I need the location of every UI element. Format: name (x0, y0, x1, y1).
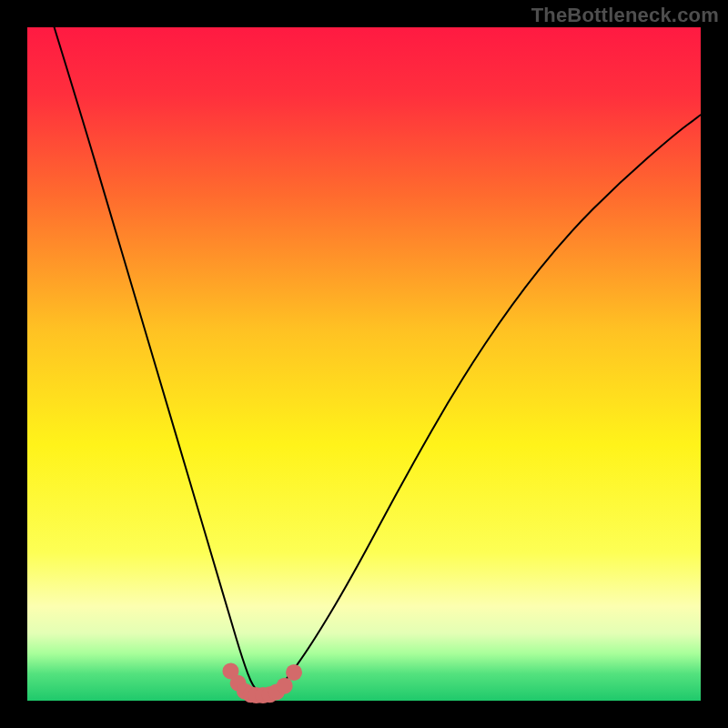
plot-background (27, 27, 701, 701)
marker-point (286, 664, 302, 681)
bottleneck-chart (0, 0, 728, 728)
marker-point (277, 678, 293, 694)
watermark-text: TheBottleneck.com (531, 4, 719, 27)
chart-stage: TheBottleneck.com (0, 0, 728, 728)
